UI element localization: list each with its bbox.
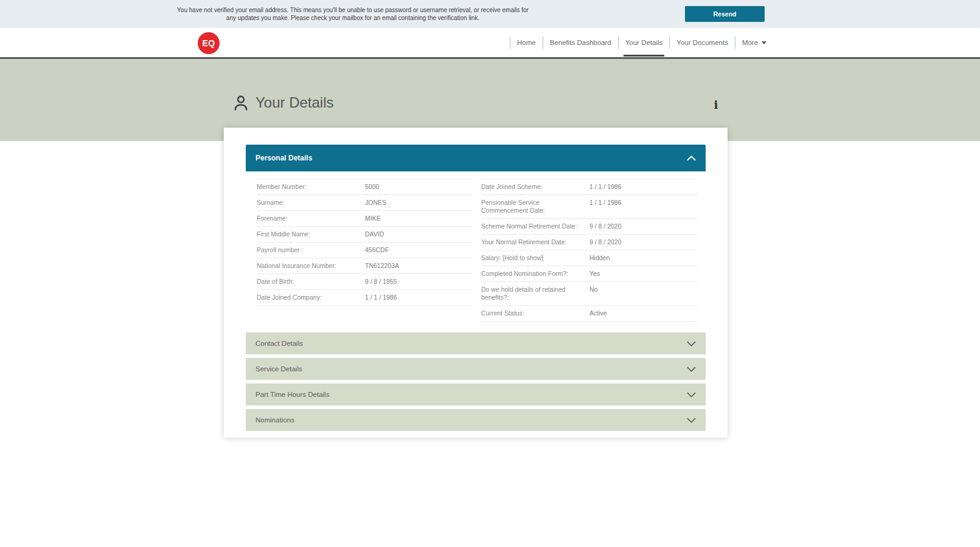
nav-item-your-documents[interactable]: Your Documents <box>669 36 735 49</box>
detail-value: TN612203A <box>365 262 399 270</box>
nav-label: Benefits Dashboard <box>550 39 611 46</box>
detail-row: Forename: MIKE <box>257 211 473 227</box>
detail-value: Hidden <box>589 254 610 262</box>
detail-row: Scheme Normal Retirement Date: 9 / 8 / 2… <box>481 219 697 235</box>
top-navigation-bar: EQ Home Benefits Dashboard Your Details … <box>0 28 980 59</box>
eq-logo[interactable]: EQ <box>198 32 220 54</box>
detail-label: Surname: <box>257 199 365 207</box>
detail-row: Current Status: Active <box>481 306 697 322</box>
page-title-text: Your Details <box>255 94 334 111</box>
personal-details-body: Member Number: 5000 Surname: JONES Foren… <box>246 171 706 328</box>
detail-row: Member Number: 5000 <box>257 179 473 195</box>
nav-item-more[interactable]: More <box>735 36 773 49</box>
detail-row: Payroll number : 456CDF <box>257 243 473 258</box>
detail-label: First Middle Name: <box>257 230 365 238</box>
chevron-down-icon <box>687 366 696 372</box>
detail-label: Your Normal Retirement Date: <box>481 238 589 246</box>
detail-value: 9 / 8 / 2020 <box>589 222 622 230</box>
collapsed-sections: Contact Details Service Details Part Tim… <box>246 332 706 431</box>
detail-label: Pensionable Service Commencement Date: <box>481 199 589 215</box>
detail-label: Current Status: <box>481 309 589 317</box>
detail-label: Completed Nomination Form?: <box>481 270 589 278</box>
detail-value: 456CDF <box>365 246 389 254</box>
detail-value: JONES <box>365 199 386 207</box>
detail-label: National Insurance Number: <box>257 262 365 270</box>
detail-label: Payroll number : <box>257 246 365 254</box>
detail-value: No <box>589 286 597 294</box>
detail-value: Yes <box>589 270 600 278</box>
detail-row: Pensionable Service Commencement Date: 1… <box>481 195 697 219</box>
detail-value: 9 / 8 / 2020 <box>589 238 622 246</box>
detail-value: DAVID <box>365 230 384 238</box>
detail-label: Do we hold details of retained benefits?… <box>481 286 589 301</box>
section-title: Contact Details <box>255 340 303 347</box>
detail-value: MIKE <box>365 215 381 222</box>
personal-details-right-column: Date Joined Scheme: 1 / 1 / 1986 Pension… <box>481 179 697 322</box>
detail-row: Date Joined Scheme: 1 / 1 / 1986 <box>481 179 697 195</box>
nav-label: Your Details <box>625 39 663 46</box>
chevron-down-icon <box>687 341 696 346</box>
section-nominations[interactable]: Nominations <box>246 409 706 431</box>
detail-label: Member Number: <box>257 183 365 191</box>
detail-row: Do we hold details of retained benefits?… <box>481 282 697 306</box>
details-card: Personal Details Member Number: 5000 Sur… <box>224 128 728 438</box>
section-contact-details[interactable]: Contact Details <box>246 332 706 354</box>
detail-value: 1 / 1 / 1986 <box>589 183 622 191</box>
detail-label: Scheme Normal Retirement Date: <box>481 222 589 230</box>
detail-row: Date Joined Company: 1 / 1 / 1986 <box>257 290 473 306</box>
chevron-down-icon <box>687 392 696 397</box>
section-title: Part Time Hours Details <box>255 391 329 398</box>
main-nav: Home Benefits Dashboard Your Details You… <box>510 35 773 50</box>
page-title: Your Details <box>233 94 334 111</box>
section-title: Nominations <box>255 416 294 424</box>
detail-value: Active <box>589 309 607 317</box>
person-icon <box>233 94 249 111</box>
personal-details-panel: Personal Details Member Number: 5000 Sur… <box>246 145 706 328</box>
detail-value: 1 / 1 / 1986 <box>365 294 397 301</box>
detail-label: Date Joined Company: <box>257 294 365 301</box>
chevron-down-icon <box>687 418 696 423</box>
detail-label: Forename: <box>257 215 365 222</box>
detail-row: Completed Nomination Form?: Yes <box>481 266 697 282</box>
detail-value: 5000 <box>365 183 379 191</box>
personal-details-header[interactable]: Personal Details <box>246 145 706 171</box>
detail-row: Your Normal Retirement Date: 9 / 8 / 202… <box>481 235 697 250</box>
caret-down-icon <box>762 41 766 44</box>
email-verification-banner: You have not verified your email address… <box>0 0 980 28</box>
section-service-details[interactable]: Service Details <box>246 358 706 380</box>
detail-label: Date of Birth: <box>257 278 365 286</box>
section-title: Service Details <box>255 365 302 373</box>
detail-row: First Middle Name: DAVID <box>257 227 473 243</box>
detail-row: National Insurance Number: TN612203A <box>257 258 473 274</box>
salary-hold-to-show-label[interactable]: Salary: [Hold to show] <box>481 254 589 262</box>
info-icon[interactable]: i <box>711 98 721 112</box>
nav-item-benefits-dashboard[interactable]: Benefits Dashboard <box>543 36 618 49</box>
resend-button[interactable]: Resend <box>685 6 765 22</box>
page: You have not verified your email address… <box>0 0 980 547</box>
nav-label: Home <box>517 39 536 46</box>
nav-label: Your Documents <box>676 39 728 46</box>
detail-row: Surname: JONES <box>257 195 473 211</box>
nav-item-your-details[interactable]: Your Details <box>618 36 670 49</box>
detail-row: Date of Birth: 9 / 8 / 1955 <box>257 274 473 290</box>
section-part-time-hours-details[interactable]: Part Time Hours Details <box>246 384 706 405</box>
detail-label: Date Joined Scheme: <box>481 183 589 191</box>
nav-item-home[interactable]: Home <box>510 36 543 49</box>
chevron-up-icon[interactable] <box>687 156 696 161</box>
personal-details-left-column: Member Number: 5000 Surname: JONES Foren… <box>257 179 473 322</box>
email-verification-message: You have not verified your email address… <box>173 6 532 22</box>
personal-details-title: Personal Details <box>255 154 312 162</box>
nav-label: More <box>742 39 758 46</box>
detail-row-salary: Salary: [Hold to show] Hidden <box>481 250 697 266</box>
detail-value: 1 / 1 / 1986 <box>589 199 622 207</box>
detail-value: 9 / 8 / 1955 <box>365 278 397 286</box>
